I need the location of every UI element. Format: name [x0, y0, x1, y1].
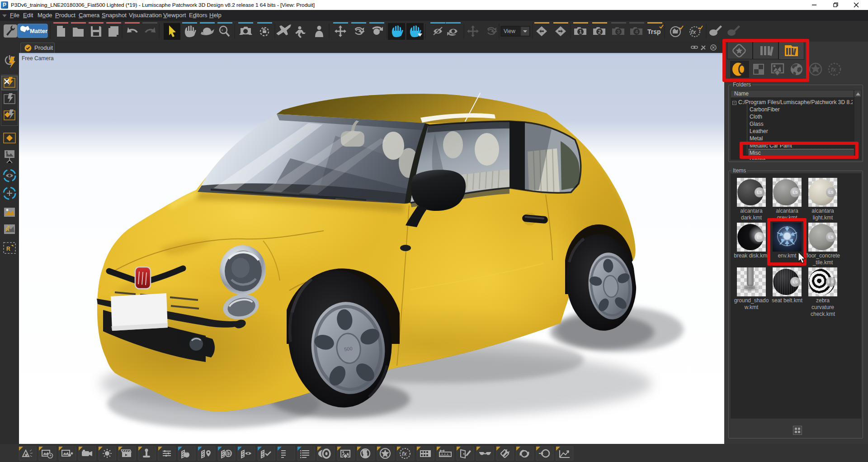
- svg-text:2: 2: [598, 29, 601, 34]
- svg-text:fx: fx: [831, 66, 836, 73]
- svg-text:fx: fx: [691, 29, 696, 35]
- svg-text:1: 1: [579, 29, 582, 34]
- svg-text:Matter: Matter: [30, 28, 47, 34]
- svg-text:Trsp: Trsp: [647, 28, 661, 35]
- svg-text:R: R: [6, 227, 9, 232]
- svg-text:3: 3: [617, 29, 620, 34]
- svg-text:View: View: [504, 28, 515, 34]
- svg-text:+: +: [221, 28, 223, 33]
- svg-text:fx: fx: [402, 451, 407, 457]
- svg-text:R: R: [6, 246, 10, 252]
- svg-text:500: 500: [344, 346, 353, 352]
- svg-text:R: R: [25, 453, 28, 457]
- svg-text:4: 4: [635, 29, 638, 34]
